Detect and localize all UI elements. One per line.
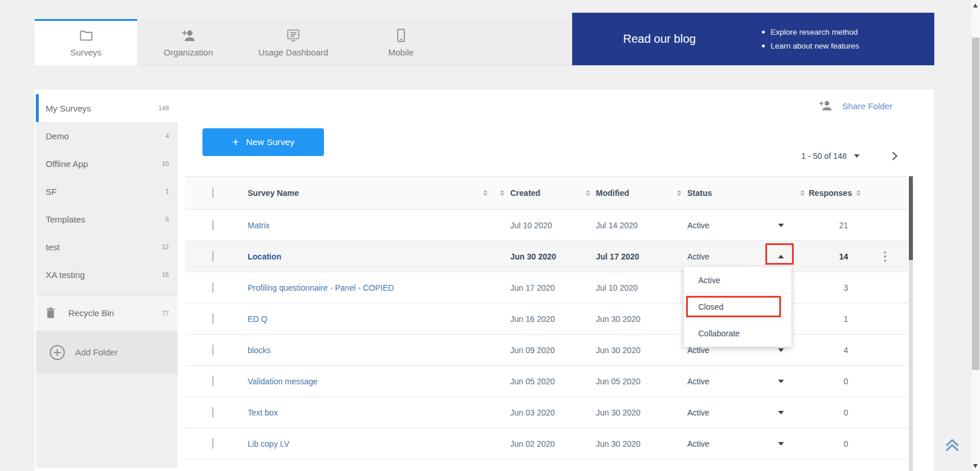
- scrollbar-up-arrow-icon[interactable]: [973, 3, 978, 8]
- row-menu-icon[interactable]: [882, 249, 889, 264]
- select-all-checkbox[interactable]: [212, 187, 213, 198]
- header-status: Status: [687, 188, 712, 198]
- window-scrollbar-thumb[interactable]: [972, 38, 979, 370]
- modified-date: Jul 14 2020: [581, 221, 672, 230]
- scroll-to-top-button[interactable]: [944, 435, 961, 454]
- sort-icon[interactable]: [856, 190, 861, 196]
- tab-organization[interactable]: Organization: [137, 19, 240, 65]
- tab-label: Mobile: [388, 47, 414, 57]
- sidebar-filler: [36, 374, 178, 468]
- sidebar-item-offline-app[interactable]: Offline App 10: [36, 150, 178, 177]
- survey-name-link[interactable]: Text box: [243, 408, 495, 417]
- survey-name-link[interactable]: blocks: [243, 346, 495, 355]
- sort-icon[interactable]: [800, 190, 805, 196]
- status-option-active[interactable]: Active: [684, 267, 791, 294]
- person-add-icon: [819, 99, 834, 112]
- table-scrollbar-thumb[interactable]: [909, 176, 913, 260]
- folder-label: XA testing: [46, 270, 162, 280]
- responses-count: 1: [798, 314, 862, 324]
- add-folder-button[interactable]: Add Folder: [36, 331, 178, 374]
- status-dropdown-menu: Active Closed Collaborate: [684, 267, 791, 347]
- blog-banner[interactable]: Read our blog Explore research method Le…: [572, 13, 934, 65]
- created-date: Jun 16 2020: [495, 314, 581, 324]
- status-dropdown-toggle[interactable]: [764, 442, 798, 446]
- banner-bullet: Learn about new features: [762, 42, 859, 50]
- survey-name-link[interactable]: ED Q: [243, 314, 495, 324]
- sidebar-item-test[interactable]: test 12: [36, 233, 178, 261]
- modified-date: Jun 30 2020: [581, 314, 672, 324]
- sidebar-item-templates[interactable]: Templates 6: [36, 205, 178, 233]
- add-folder-label: Add Folder: [75, 347, 117, 357]
- status-option-closed[interactable]: Closed: [684, 294, 791, 320]
- mobile-icon: [393, 28, 408, 44]
- header-created: Created: [510, 188, 540, 198]
- folder-label: Offline App: [46, 159, 162, 169]
- scrollbar-down-arrow-icon[interactable]: [973, 464, 978, 468]
- tab-surveys[interactable]: Surveys: [35, 19, 137, 65]
- recycle-bin-label: Recycle Bin: [68, 308, 149, 318]
- sidebar-item-sf[interactable]: SF 1: [36, 177, 178, 205]
- top-nav-tabs: Surveys Organization Usage Dashboard Mob…: [35, 19, 455, 65]
- row-checkbox[interactable]: [212, 407, 213, 418]
- folder-count: 10: [162, 160, 169, 167]
- folder-count: 12: [162, 243, 169, 250]
- pagination-range: 1 - 50 of 148: [801, 151, 847, 161]
- created-date: Jun 05 2020: [495, 377, 581, 386]
- sort-icon[interactable]: [677, 190, 681, 196]
- pagination-dropdown[interactable]: 1 - 50 of 148: [801, 150, 860, 162]
- row-checkbox[interactable]: [212, 251, 213, 262]
- responses-count: 4: [798, 346, 862, 355]
- sidebar-item-my-surveys[interactable]: My Surveys 148: [36, 94, 178, 122]
- survey-name-link[interactable]: Location: [243, 252, 495, 261]
- row-checkbox[interactable]: [212, 282, 213, 293]
- responses-count: 3: [798, 283, 862, 292]
- folder-label: Templates: [46, 214, 165, 224]
- survey-name-link[interactable]: Lib copy LV: [243, 439, 495, 448]
- row-checkbox[interactable]: [212, 344, 213, 355]
- status-value: Active: [672, 439, 764, 448]
- table-scrollbar: [909, 176, 913, 471]
- responses-count: 21: [798, 221, 862, 230]
- status-value: Active: [672, 221, 764, 230]
- caret-up-icon: [778, 255, 784, 258]
- recycle-bin-count: 77: [162, 310, 169, 317]
- banner-bullet-list: Explore research method Learn about new …: [762, 28, 859, 50]
- responses-count: 0: [798, 408, 862, 417]
- status-dropdown-toggle[interactable]: [764, 411, 798, 414]
- sort-icon[interactable]: [483, 190, 488, 196]
- header-survey-name: Survey Name: [248, 188, 299, 198]
- status-dropdown-toggle[interactable]: [764, 348, 798, 352]
- tab-usage-dashboard[interactable]: Usage Dashboard: [240, 19, 347, 65]
- folder-label: test: [46, 242, 162, 252]
- modified-date: Jun 30 2020: [581, 408, 672, 417]
- created-date: Jun 17 2020: [495, 283, 581, 292]
- recycle-bin-item[interactable]: Recycle Bin 77: [36, 295, 178, 331]
- survey-name-link[interactable]: Matrix: [243, 221, 495, 230]
- tab-label: Usage Dashboard: [259, 47, 329, 57]
- row-checkbox[interactable]: [212, 376, 213, 387]
- caret-down-icon: [778, 411, 784, 414]
- row-checkbox[interactable]: [212, 220, 213, 231]
- survey-name-link[interactable]: Validation message: [243, 377, 495, 386]
- chevron-right-icon: [889, 151, 900, 161]
- sort-icon[interactable]: [585, 190, 590, 196]
- tab-mobile[interactable]: Mobile: [347, 19, 455, 65]
- responses-count: 14: [798, 252, 862, 261]
- status-option-collaborate[interactable]: Collaborate: [684, 320, 791, 347]
- sidebar-item-demo[interactable]: Demo 4: [36, 122, 178, 150]
- next-page-button[interactable]: [887, 149, 901, 163]
- plus-circle-icon: [49, 344, 65, 361]
- survey-name-link[interactable]: Profiling questionnaire - Panel - COPIED: [243, 283, 495, 292]
- sort-icon[interactable]: [500, 190, 504, 196]
- table-row-location: Location Jun 30 2020 Jul 17 2020 Active …: [185, 241, 908, 272]
- row-checkbox[interactable]: [212, 438, 213, 449]
- status-dropdown-toggle[interactable]: [764, 224, 798, 227]
- status-dropdown-toggle[interactable]: [764, 380, 798, 383]
- new-survey-label: New Survey: [246, 137, 294, 147]
- created-date: Jul 10 2020: [495, 221, 581, 230]
- status-dropdown-toggle[interactable]: [764, 255, 798, 258]
- new-survey-button[interactable]: + New Survey: [202, 128, 324, 156]
- sidebar-item-xa-testing[interactable]: XA testing 15: [36, 261, 178, 288]
- row-checkbox[interactable]: [212, 313, 213, 324]
- share-folder-button[interactable]: Share Folder: [819, 98, 893, 113]
